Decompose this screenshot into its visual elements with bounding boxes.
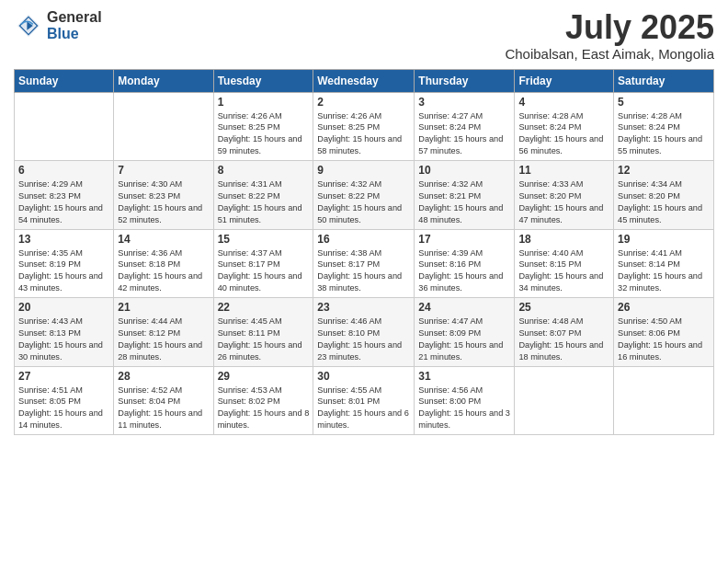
day-info: Sunrise: 4:29 AM Sunset: 8:23 PM Dayligh… bbox=[18, 178, 109, 226]
calendar-cell bbox=[15, 92, 114, 161]
header: General Blue July 2025 Choibalsan, East … bbox=[14, 9, 714, 62]
calendar-week-row: 20Sunrise: 4:43 AM Sunset: 8:13 PM Dayli… bbox=[15, 298, 714, 367]
day-info: Sunrise: 4:28 AM Sunset: 8:24 PM Dayligh… bbox=[618, 110, 710, 158]
calendar-week-row: 13Sunrise: 4:35 AM Sunset: 8:19 PM Dayli… bbox=[15, 229, 714, 298]
day-number: 17 bbox=[418, 233, 510, 246]
day-number: 29 bbox=[218, 370, 310, 383]
day-info: Sunrise: 4:41 AM Sunset: 8:14 PM Dayligh… bbox=[618, 247, 710, 295]
calendar-cell: 26Sunrise: 4:50 AM Sunset: 8:06 PM Dayli… bbox=[614, 298, 714, 367]
day-number: 2 bbox=[317, 96, 410, 109]
calendar-cell: 8Sunrise: 4:31 AM Sunset: 8:22 PM Daylig… bbox=[213, 161, 313, 230]
calendar-cell bbox=[515, 366, 614, 435]
day-number: 18 bbox=[518, 233, 609, 246]
day-number: 28 bbox=[118, 370, 209, 383]
logo: General Blue bbox=[14, 9, 102, 41]
day-info: Sunrise: 4:32 AM Sunset: 8:21 PM Dayligh… bbox=[418, 178, 510, 226]
calendar-cell: 10Sunrise: 4:32 AM Sunset: 8:21 PM Dayli… bbox=[415, 161, 515, 230]
day-info: Sunrise: 4:36 AM Sunset: 8:18 PM Dayligh… bbox=[118, 247, 209, 295]
day-info: Sunrise: 4:26 AM Sunset: 8:25 PM Dayligh… bbox=[218, 110, 310, 158]
calendar-cell: 18Sunrise: 4:40 AM Sunset: 8:15 PM Dayli… bbox=[515, 229, 614, 298]
weekday-header-saturday: Saturday bbox=[614, 69, 714, 92]
day-number: 3 bbox=[418, 96, 510, 109]
day-info: Sunrise: 4:32 AM Sunset: 8:22 PM Dayligh… bbox=[317, 178, 410, 226]
day-info: Sunrise: 4:56 AM Sunset: 8:00 PM Dayligh… bbox=[418, 385, 510, 432]
day-number: 21 bbox=[118, 301, 209, 314]
weekday-header-wednesday: Wednesday bbox=[313, 69, 415, 92]
day-number: 5 bbox=[618, 96, 710, 109]
calendar-cell: 23Sunrise: 4:46 AM Sunset: 8:10 PM Dayli… bbox=[313, 298, 415, 367]
calendar-cell: 3Sunrise: 4:27 AM Sunset: 8:24 PM Daylig… bbox=[415, 92, 515, 161]
calendar-cell: 5Sunrise: 4:28 AM Sunset: 8:24 PM Daylig… bbox=[614, 92, 714, 161]
day-number: 4 bbox=[518, 96, 609, 109]
calendar-cell: 1Sunrise: 4:26 AM Sunset: 8:25 PM Daylig… bbox=[213, 92, 313, 161]
calendar-cell: 12Sunrise: 4:34 AM Sunset: 8:20 PM Dayli… bbox=[614, 161, 714, 230]
calendar-cell: 2Sunrise: 4:26 AM Sunset: 8:25 PM Daylig… bbox=[313, 92, 415, 161]
calendar-cell: 13Sunrise: 4:35 AM Sunset: 8:19 PM Dayli… bbox=[15, 229, 114, 298]
day-number: 1 bbox=[218, 96, 310, 109]
calendar-cell: 9Sunrise: 4:32 AM Sunset: 8:22 PM Daylig… bbox=[313, 161, 415, 230]
day-number: 27 bbox=[18, 370, 109, 383]
weekday-header-tuesday: Tuesday bbox=[213, 69, 313, 92]
day-info: Sunrise: 4:50 AM Sunset: 8:06 PM Dayligh… bbox=[618, 316, 710, 363]
calendar-cell: 22Sunrise: 4:45 AM Sunset: 8:11 PM Dayli… bbox=[213, 298, 313, 367]
day-info: Sunrise: 4:31 AM Sunset: 8:22 PM Dayligh… bbox=[218, 178, 310, 226]
day-number: 24 bbox=[418, 301, 510, 314]
day-number: 30 bbox=[317, 370, 410, 383]
calendar-cell: 15Sunrise: 4:37 AM Sunset: 8:17 PM Dayli… bbox=[213, 229, 313, 298]
calendar-cell: 16Sunrise: 4:38 AM Sunset: 8:17 PM Dayli… bbox=[313, 229, 415, 298]
day-info: Sunrise: 4:37 AM Sunset: 8:17 PM Dayligh… bbox=[218, 247, 310, 295]
calendar-table: SundayMondayTuesdayWednesdayThursdayFrid… bbox=[14, 69, 714, 436]
calendar-cell: 11Sunrise: 4:33 AM Sunset: 8:20 PM Dayli… bbox=[515, 161, 614, 230]
calendar-cell: 17Sunrise: 4:39 AM Sunset: 8:16 PM Dayli… bbox=[415, 229, 515, 298]
day-info: Sunrise: 4:35 AM Sunset: 8:19 PM Dayligh… bbox=[18, 247, 109, 295]
day-number: 8 bbox=[218, 164, 310, 177]
day-number: 26 bbox=[618, 301, 710, 314]
calendar-cell: 27Sunrise: 4:51 AM Sunset: 8:05 PM Dayli… bbox=[15, 366, 114, 435]
day-info: Sunrise: 4:33 AM Sunset: 8:20 PM Dayligh… bbox=[518, 178, 609, 226]
day-number: 31 bbox=[418, 370, 510, 383]
calendar-cell: 21Sunrise: 4:44 AM Sunset: 8:12 PM Dayli… bbox=[114, 298, 213, 367]
day-number: 12 bbox=[618, 164, 710, 177]
day-number: 25 bbox=[518, 301, 609, 314]
day-number: 11 bbox=[518, 164, 609, 177]
day-number: 16 bbox=[317, 233, 410, 246]
calendar-week-row: 6Sunrise: 4:29 AM Sunset: 8:23 PM Daylig… bbox=[15, 161, 714, 230]
day-info: Sunrise: 4:39 AM Sunset: 8:16 PM Dayligh… bbox=[418, 247, 510, 295]
calendar-week-row: 27Sunrise: 4:51 AM Sunset: 8:05 PM Dayli… bbox=[15, 366, 714, 435]
calendar-cell: 20Sunrise: 4:43 AM Sunset: 8:13 PM Dayli… bbox=[15, 298, 114, 367]
weekday-header-sunday: Sunday bbox=[15, 69, 114, 92]
day-number: 15 bbox=[218, 233, 310, 246]
calendar-week-row: 1Sunrise: 4:26 AM Sunset: 8:25 PM Daylig… bbox=[15, 92, 714, 161]
day-info: Sunrise: 4:45 AM Sunset: 8:11 PM Dayligh… bbox=[218, 316, 310, 363]
weekday-header-thursday: Thursday bbox=[415, 69, 515, 92]
calendar-cell bbox=[614, 366, 714, 435]
logo-text: General Blue bbox=[47, 9, 102, 41]
day-info: Sunrise: 4:30 AM Sunset: 8:23 PM Dayligh… bbox=[118, 178, 209, 226]
weekday-header-monday: Monday bbox=[114, 69, 213, 92]
calendar-cell: 4Sunrise: 4:28 AM Sunset: 8:24 PM Daylig… bbox=[515, 92, 614, 161]
day-number: 13 bbox=[18, 233, 109, 246]
day-info: Sunrise: 4:40 AM Sunset: 8:15 PM Dayligh… bbox=[518, 247, 609, 295]
logo-icon bbox=[14, 11, 43, 40]
calendar-cell: 25Sunrise: 4:48 AM Sunset: 8:07 PM Dayli… bbox=[515, 298, 614, 367]
day-info: Sunrise: 4:47 AM Sunset: 8:09 PM Dayligh… bbox=[418, 316, 510, 363]
day-number: 6 bbox=[18, 164, 109, 177]
day-number: 23 bbox=[317, 301, 410, 314]
weekday-header-friday: Friday bbox=[515, 69, 614, 92]
day-number: 22 bbox=[218, 301, 310, 314]
calendar-cell: 14Sunrise: 4:36 AM Sunset: 8:18 PM Dayli… bbox=[114, 229, 213, 298]
day-info: Sunrise: 4:51 AM Sunset: 8:05 PM Dayligh… bbox=[18, 385, 109, 432]
day-info: Sunrise: 4:44 AM Sunset: 8:12 PM Dayligh… bbox=[118, 316, 209, 363]
calendar-header-row: SundayMondayTuesdayWednesdayThursdayFrid… bbox=[15, 69, 714, 92]
day-info: Sunrise: 4:38 AM Sunset: 8:17 PM Dayligh… bbox=[317, 247, 410, 295]
calendar-cell: 29Sunrise: 4:53 AM Sunset: 8:02 PM Dayli… bbox=[213, 366, 313, 435]
day-info: Sunrise: 4:48 AM Sunset: 8:07 PM Dayligh… bbox=[518, 316, 609, 363]
day-info: Sunrise: 4:43 AM Sunset: 8:13 PM Dayligh… bbox=[18, 316, 109, 363]
day-info: Sunrise: 4:46 AM Sunset: 8:10 PM Dayligh… bbox=[317, 316, 410, 363]
logo-general-text: General bbox=[47, 9, 102, 26]
day-info: Sunrise: 4:55 AM Sunset: 8:01 PM Dayligh… bbox=[317, 385, 410, 432]
day-number: 7 bbox=[118, 164, 209, 177]
page: General Blue July 2025 Choibalsan, East … bbox=[0, 0, 728, 563]
day-number: 10 bbox=[418, 164, 510, 177]
day-info: Sunrise: 4:52 AM Sunset: 8:04 PM Dayligh… bbox=[118, 385, 209, 432]
